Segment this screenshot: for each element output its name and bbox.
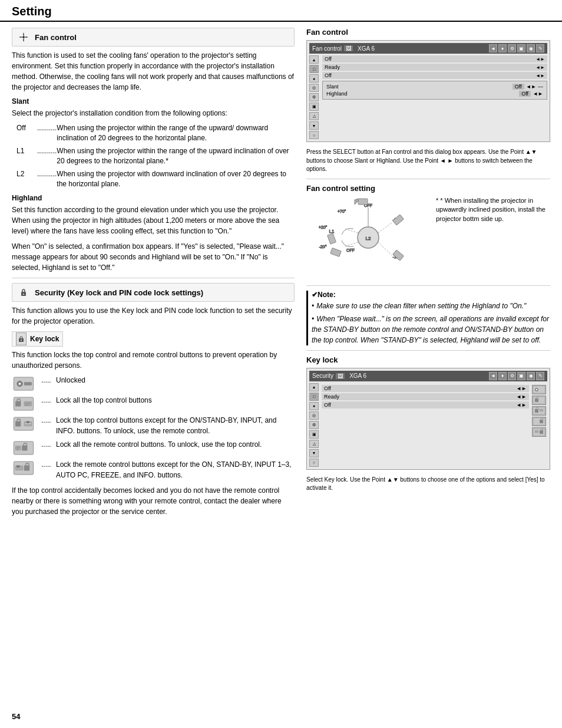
kl-icon-3	[532, 406, 546, 416]
ui-icon-5: ◉	[527, 44, 535, 52]
ui-icon-2: ♦	[498, 44, 507, 52]
unlocked-desc: ..... Unlocked	[41, 375, 85, 386]
lock-top-icon-img	[12, 396, 35, 412]
main-content: Fan control This function is used to set…	[0, 22, 562, 528]
key-lock-caption: Select Key lock. Use the Point ▲▼ button…	[306, 476, 550, 493]
fan-control-dialog: Slant Off ◄► — Highland Off ◄►	[322, 81, 547, 100]
svg-text:L1: L1	[329, 229, 335, 234]
sidebar-item-9: ○	[309, 131, 319, 139]
svg-line-49	[378, 242, 392, 255]
ui-row-off: Off ◄►	[322, 55, 547, 62]
ui-row-off2-label: Off	[325, 73, 332, 78]
svg-rect-21	[15, 446, 21, 450]
fan-control-header-label: Fan control	[312, 45, 342, 52]
option-dots-2: ..........	[37, 146, 57, 167]
svg-line-47	[345, 242, 358, 246]
kl-icon-1	[532, 385, 546, 394]
note-item-2: When "Please wait..." is on the screen, …	[312, 314, 550, 345]
unlocked-icon-img	[12, 375, 35, 392]
kl-off-label: Off	[324, 386, 331, 391]
ui-row-off2: Off ◄►	[322, 72, 547, 79]
fan-control-ui-icons: ◄ ♦ ⚙ ▣ ◉ ✎	[489, 44, 544, 52]
key-lock-mockup: Security 🖼 XGA 6 ◄ ♦ ⚙ ▣ ◉ ✎ ▲ □ ♠	[306, 368, 550, 470]
fan-control-caption: Press the SELECT button at Fan control a…	[306, 148, 550, 174]
svg-text:+20°: +20°	[319, 225, 328, 229]
kl-sidebar-7: △	[309, 440, 319, 448]
lock-remote-partial-icon-img	[12, 460, 35, 476]
kl-sidebar-6: ▣	[309, 430, 319, 439]
ui-row-off-label: Off	[325, 56, 332, 62]
ui-row-off-arrow: ◄►	[535, 57, 545, 62]
fan-control-header-icon: 🖼	[344, 45, 353, 51]
fan-control-body: This function is used to set the cooling…	[12, 50, 295, 93]
ui-icon-4: ▣	[517, 44, 525, 52]
svg-rect-27	[16, 466, 20, 468]
fan-icon	[17, 31, 30, 44]
svg-rect-44	[393, 250, 404, 261]
kl-ui-icon-2: ♦	[498, 372, 507, 380]
svg-rect-57	[540, 409, 543, 411]
fan-control-xga: XGA 6	[358, 45, 375, 52]
kl-icon-5	[532, 427, 546, 437]
key-lock-sub-title: Key lock	[30, 335, 59, 343]
kl-row-ready: Ready ◄►	[322, 393, 529, 400]
slant-options: Off .......... When using the projector …	[16, 123, 295, 189]
svg-rect-43	[393, 215, 404, 225]
kl-ui-icon-4: ▣	[517, 372, 525, 380]
key-lock-icon-unlocked: ..... Unlocked	[12, 375, 295, 392]
fan-control-sidebar: ▲ □ ♠ ◎ ⚙ ▣ △ ▼ ○	[309, 55, 320, 139]
key-lock-header-icon: 🖼	[336, 373, 345, 379]
svg-marker-40	[355, 199, 358, 205]
kl-icon-2	[532, 396, 546, 405]
svg-point-52	[536, 388, 537, 390]
highland-arrows: ◄►	[533, 91, 543, 97]
kl-sidebar-9: ○	[309, 459, 319, 467]
option-text-l1: When using the projector within the rang…	[57, 146, 295, 167]
right-fan-title: Fan control	[306, 28, 550, 37]
notes-section: ✔Note: Make sure to use the clean filter…	[306, 291, 550, 345]
fan-control-title: Fan control	[35, 33, 77, 42]
page-header: Setting	[0, 0, 562, 22]
ui-row-ready: Ready ◄►	[322, 64, 547, 71]
highland-body1: Set this function according to the groun…	[12, 205, 295, 236]
dialog-slant-val: Off ◄► —	[513, 84, 543, 90]
highland-value: Off	[519, 91, 531, 97]
separator-right-2	[306, 285, 550, 286]
key-lock-icons-col	[531, 383, 547, 467]
kl-row-off: Off ◄►	[322, 385, 529, 392]
key-lock-ui-icons: ◄ ♦ ⚙ ▣ ◉ ✎	[489, 372, 544, 380]
kl-sidebar-4: ◎	[309, 411, 319, 420]
lock-top-partial-icon-img	[12, 416, 35, 432]
svg-rect-8	[24, 383, 32, 386]
key-lock-icon-lock-top: ..... Lock all the top control buttons	[12, 396, 295, 412]
svg-line-46	[345, 229, 358, 233]
kl-ready-label: Ready	[324, 394, 339, 400]
separator-right-1	[306, 179, 550, 179]
security-body: This function allows you to use the Key …	[12, 305, 295, 327]
key-lock-footer: If the top control accidentally becomes …	[12, 485, 295, 517]
key-lock-header-left: Security 🖼 XGA 6	[312, 373, 366, 379]
kl-sidebar-1: ▲	[309, 383, 319, 391]
note-item-1: Make sure to use the clean filter when s…	[312, 301, 550, 311]
svg-rect-15	[15, 421, 21, 427]
kl-sidebar-5: ⚙	[309, 421, 319, 429]
svg-rect-61	[540, 430, 543, 434]
sidebar-item-2: □	[309, 65, 319, 73]
kl-row-off2: Off ◄►	[322, 401, 529, 409]
kl-off-arrow: ◄►	[516, 386, 527, 391]
key-lock-icon-lock-remote: ..... Lock all the remote control button…	[12, 440, 295, 456]
svg-rect-56	[535, 409, 538, 413]
security-title: Security (Key lock and PIN code lock set…	[35, 288, 203, 297]
separator-1	[12, 278, 295, 278]
ui-icon-6: ✎	[536, 44, 544, 52]
slant-desc: Select the projector's installation cond…	[12, 108, 295, 118]
dialog-highland-label: Highland	[326, 91, 348, 97]
svg-rect-42	[330, 248, 341, 256]
fan-control-ui-body: ▲ □ ♠ ◎ ⚙ ▣ △ ▼ ○ Off ◄► Ready	[309, 55, 547, 139]
kl-sidebar-3: ♠	[309, 402, 319, 410]
svg-rect-62	[535, 430, 538, 433]
svg-point-7	[19, 383, 21, 385]
lock-top-desc: ..... Lock all the top control buttons	[41, 396, 152, 406]
fan-control-main: Off ◄► Ready ◄► Off ◄► Slant	[322, 55, 547, 139]
fan-control-mockup: Fan control 🖼 XGA 6 ◄ ♦ ⚙ ▣ ◉ ✎ ▲ □ ♠	[306, 40, 550, 142]
